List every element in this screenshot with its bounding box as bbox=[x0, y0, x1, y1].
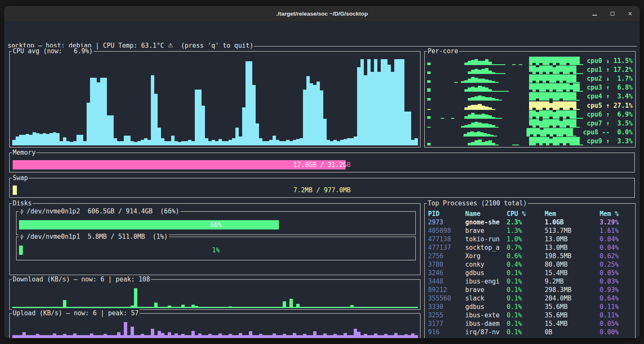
chart-bar bbox=[161, 138, 164, 145]
chart-bar bbox=[354, 137, 357, 145]
chart-bar bbox=[563, 57, 566, 65]
table-row: 3246gdbus0.1%15.4MB0.05% bbox=[428, 269, 633, 277]
download-baseline bbox=[12, 307, 418, 308]
chart-bar bbox=[556, 66, 559, 74]
core-sparkline bbox=[427, 66, 584, 74]
chart-bar bbox=[283, 141, 286, 146]
chart-bar bbox=[330, 141, 333, 146]
chart-bar bbox=[104, 78, 107, 145]
chart-bar bbox=[549, 139, 553, 145]
chart-bar bbox=[576, 57, 580, 65]
chart-bar bbox=[559, 57, 563, 65]
core-label: cpu0 ↓ 11.5% bbox=[587, 57, 633, 65]
table-row: 89212brave0.1%298.3MB0.93% bbox=[428, 286, 633, 294]
chart-bar bbox=[492, 72, 495, 74]
table-cell: 13.0MB bbox=[545, 243, 600, 252]
chart-bar bbox=[262, 141, 266, 146]
chart-bar bbox=[512, 145, 516, 145]
table-cell: gnome-she bbox=[465, 218, 507, 227]
chart-bar bbox=[427, 98, 431, 101]
table-cell: 0.03% bbox=[600, 277, 633, 286]
chart-bar bbox=[337, 141, 340, 146]
chart-bar bbox=[532, 57, 536, 65]
chart-bar bbox=[580, 64, 583, 65]
chart-bar bbox=[347, 138, 350, 145]
chart-bar bbox=[49, 133, 53, 145]
chart-bar bbox=[464, 134, 467, 137]
chart-bar bbox=[570, 137, 573, 145]
close-button[interactable]: ✕ bbox=[627, 11, 633, 17]
chart-bar bbox=[539, 121, 543, 128]
maximize-button[interactable] bbox=[609, 11, 615, 17]
chart-bar bbox=[495, 99, 499, 101]
chart-bar bbox=[556, 74, 559, 83]
chart-bar bbox=[492, 143, 495, 145]
chart-bar bbox=[451, 118, 454, 119]
chart-bar bbox=[482, 106, 485, 110]
chart-bar bbox=[427, 80, 431, 83]
download-title: Download (KB/s) — now: 6 | peak: 108 bbox=[12, 276, 151, 284]
titlebar[interactable]: ./target/release/soc ~/D/G/socktop ✕ bbox=[4, 6, 640, 22]
table-cell: 0.25% bbox=[600, 260, 633, 269]
core-label: cpu1 ↑ 17.2% bbox=[587, 66, 633, 74]
chart-bar bbox=[482, 123, 485, 128]
table-cell: 0.00% bbox=[600, 328, 633, 336]
disks-title: Disks bbox=[12, 199, 33, 207]
chart-bar bbox=[195, 90, 198, 145]
chart-bar bbox=[573, 57, 576, 65]
terminal-content[interactable]: socktop — host: debian | CPU Temp: 63.1°… bbox=[4, 22, 640, 338]
chart-bar bbox=[461, 126, 464, 128]
disk-gauge-label: 1% bbox=[19, 246, 413, 255]
chart-bar bbox=[124, 136, 127, 145]
table-cell: 3780 bbox=[428, 260, 465, 269]
chart-bar bbox=[222, 141, 225, 146]
chart-bar bbox=[401, 59, 404, 145]
chart-bar bbox=[499, 91, 502, 92]
chart-bar bbox=[120, 141, 124, 146]
chart-bar bbox=[576, 137, 580, 145]
chart-bar bbox=[482, 96, 485, 101]
chart-bar bbox=[468, 61, 471, 65]
chart-bar bbox=[499, 100, 502, 101]
chart-bar bbox=[573, 119, 576, 128]
chart-bar bbox=[576, 127, 580, 128]
table-cell: ibus-exte bbox=[465, 311, 507, 319]
chart-bar bbox=[256, 123, 259, 146]
chart-bar bbox=[464, 125, 468, 128]
chart-bar bbox=[566, 119, 570, 128]
chart-bar bbox=[553, 74, 556, 83]
disk-title-text: /dev/nvme0n1p2 606.5GB / 914.4GB (66%) bbox=[27, 207, 179, 216]
core-sparkline bbox=[427, 101, 584, 110]
chart-bar bbox=[573, 137, 576, 145]
chart-bar bbox=[320, 90, 323, 145]
chart-bar bbox=[563, 119, 566, 128]
table-cell: 89212 bbox=[428, 286, 465, 294]
chart-bar bbox=[43, 133, 46, 145]
chart-bar bbox=[478, 70, 481, 74]
chart-bar bbox=[87, 103, 90, 145]
swap-panel: Swap 7.2MB / 977.0MB bbox=[9, 178, 635, 198]
chart-bar bbox=[279, 141, 283, 146]
window-title: ./target/release/soc ~/D/G/socktop bbox=[276, 11, 368, 17]
chart-bar bbox=[475, 96, 478, 101]
swap-title: Swap bbox=[12, 174, 29, 182]
chart-bar bbox=[560, 128, 563, 137]
chart-bar bbox=[303, 90, 306, 145]
chart-bar bbox=[543, 92, 546, 101]
table-row: 3330gdbus0.1%35.6MB0.11% bbox=[428, 303, 633, 311]
chart-bar bbox=[573, 136, 576, 137]
minimize-button[interactable] bbox=[592, 11, 598, 17]
core-label: cpu2 ↓ 1.7% bbox=[587, 75, 633, 82]
chart-bar bbox=[114, 138, 117, 145]
swap-gauge: 7.2MB / 977.0MB bbox=[13, 186, 631, 195]
chart-bar bbox=[495, 64, 499, 65]
chart-bar bbox=[529, 83, 532, 92]
chart-bar bbox=[398, 59, 401, 145]
chart-bar bbox=[468, 71, 471, 74]
table-cell: 2973 bbox=[428, 218, 465, 227]
chart-bar bbox=[175, 141, 178, 146]
memory-panel: Memory 17.0GB / 31.2GB 17.0GB / 31.2GB bbox=[9, 153, 635, 172]
table-row: 2973gnome-she2.3%1.0GB3.29% bbox=[428, 218, 633, 227]
chart-bar bbox=[19, 135, 22, 145]
chart-bar bbox=[475, 140, 478, 145]
